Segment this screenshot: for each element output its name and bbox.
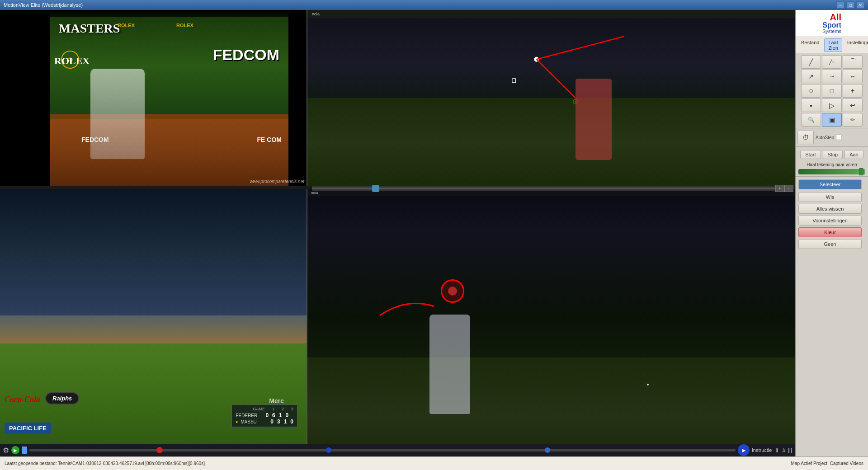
voorinstellingen-button[interactable]: Voorinstellingen [798, 216, 862, 226]
tab-instellingen[interactable]: Instellingen [843, 38, 868, 52]
timeline-blue-marker1[interactable] [326, 447, 331, 453]
svg-line-1 [537, 37, 624, 60]
watermark-tl: www.procomparetennis.net [250, 179, 304, 184]
last-file-status: Laatst geopende bestand: Tennis\CAM1-030… [5, 461, 205, 466]
alles-wissen-button[interactable]: Alles wissen [798, 204, 862, 214]
title-bar-controls: ─ □ ✕ [836, 1, 864, 9]
tool-rect[interactable]: □ [822, 84, 842, 98]
tool-timer[interactable]: ⏱ [797, 131, 814, 144]
tool-curve[interactable]: ↩ [843, 99, 863, 112]
tool-circle[interactable]: ○ [801, 84, 821, 98]
slider-plus[interactable]: + [775, 185, 784, 192]
timeline-blue-marker2[interactable] [545, 447, 550, 453]
status-bar: Laatst geopende bestand: Tennis\CAM1-030… [0, 456, 868, 470]
panel-top-right[interactable]: nola [307, 10, 795, 186]
player1-name: FEDERER [236, 413, 263, 418]
video-top-row: MASTERS ROLEX ROLEX ♔ ROLEX FEDCOM FEDCO… [0, 10, 795, 186]
right-panel: All Sport Systems Bestand Laat Zien Inst… [795, 10, 868, 456]
playback-marker-1[interactable] [22, 446, 27, 454]
tool-double-arrow[interactable]: ↔ [843, 70, 863, 83]
annotation-svg-br [307, 189, 795, 470]
project-status: Map Actief Project: Captured Videos [791, 461, 863, 466]
tool-cross[interactable]: + [843, 84, 863, 98]
settings-icon[interactable]: ⚙ [3, 446, 9, 455]
tool-select-box[interactable]: ▣ [822, 113, 842, 127]
video-area: MASTERS ROLEX ROLEX ♔ ROLEX FEDCOM FEDCO… [0, 10, 795, 470]
tool-dot[interactable]: ● [801, 99, 821, 112]
pause-icon[interactable]: ⏸ [774, 447, 780, 454]
maximize-button[interactable]: □ [846, 1, 854, 9]
tab-bestand[interactable]: Bestand [797, 38, 823, 52]
timeline-red-marker[interactable] [156, 447, 163, 453]
slider-minus[interactable]: - [784, 185, 793, 192]
autostep-label: AutoStep [816, 135, 834, 140]
aan-button[interactable]: Aan [844, 150, 863, 159]
toolbar-separator-2 [796, 146, 868, 147]
play-indicator[interactable]: ▶ [11, 446, 19, 454]
timeline-track[interactable] [29, 449, 736, 451]
minimize-button[interactable]: ─ [836, 1, 844, 9]
tool-arc[interactable]: ⌒ [843, 55, 863, 69]
app-title: MotionView Elite (Wedstrijdanalyse) [4, 2, 83, 8]
tool-arrow[interactable]: ↗ [801, 70, 821, 83]
stop-button[interactable]: Stop [823, 150, 843, 159]
geen-button[interactable]: Geen [798, 239, 862, 249]
panel-bottom-left[interactable]: Coca-Cola Ralphs Merc PACIFIC LIFE GAME1… [0, 189, 307, 470]
top-slider-area[interactable]: + - [312, 186, 793, 191]
right-panel-menu: Bestand Laat Zien Instellingen [796, 37, 868, 53]
toolbar-separator-3 [796, 176, 868, 177]
start-button[interactable]: Start [800, 150, 821, 159]
tool-dashed-line[interactable]: ╱╌ [822, 55, 842, 69]
tool-dashed-arrow[interactable]: ⤳ [822, 70, 842, 83]
haal-label: Haal tekening naar voren [796, 161, 868, 168]
selecteer-button[interactable]: Selecteer [798, 179, 862, 189]
svg-line-2 [537, 59, 576, 98]
panel-bottom-right[interactable]: nola [307, 189, 795, 470]
hash-icon[interactable]: # [782, 447, 785, 454]
logo-area: All Sport Systems [796, 10, 868, 37]
tool-zoom[interactable]: 🔍 [801, 113, 821, 127]
tool-pen[interactable]: ✏ [843, 113, 863, 127]
annotation-svg-tr [307, 10, 795, 186]
autostep-checkbox[interactable] [836, 135, 841, 140]
svg-rect-3 [512, 79, 516, 82]
kleur-button[interactable]: Kleur [798, 227, 862, 237]
instructie-label: Instructie [752, 447, 772, 453]
video-bottom-row: Coca-Cola Ralphs Merc PACIFIC LIFE GAME1… [0, 189, 795, 470]
close-button[interactable]: ✕ [856, 1, 864, 9]
playback-bar: ⚙ ▶ ▶ Instructie ⏸ # [0, 444, 795, 456]
tool-line[interactable]: ╱ [801, 55, 821, 69]
top-slider-thumb[interactable] [372, 185, 379, 192]
title-bar: MotionView Elite (Wedstrijdanalyse) ─ □ … [0, 0, 868, 10]
bars-right-icon[interactable]: ||| [788, 447, 792, 453]
tool-right-arrow[interactable]: ▷ [822, 99, 842, 112]
tab-laat-zien[interactable]: Laat Zien [824, 38, 842, 52]
play-button[interactable]: ▶ [738, 444, 750, 456]
wis-button[interactable]: Wis [798, 192, 862, 202]
scoreboard: GAME123 FEDERER 0610 ● MASSU 0310 [231, 404, 297, 427]
toolbar-separator-1 [796, 128, 868, 128]
panel-top-left[interactable]: MASTERS ROLEX ROLEX ♔ ROLEX FEDCOM FEDCO… [0, 10, 307, 186]
transparency-slider[interactable] [798, 169, 865, 174]
player2-name: MASSU [241, 419, 268, 424]
